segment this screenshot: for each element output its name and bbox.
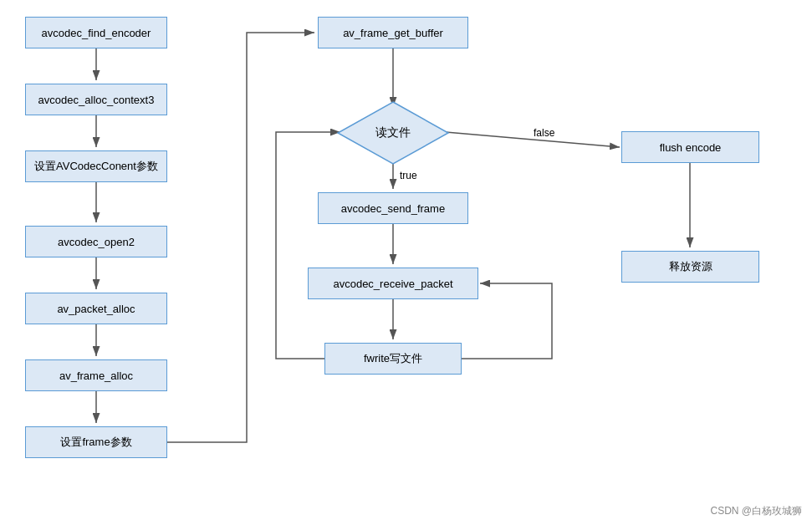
find-encoder-box: avcodec_find_encoder bbox=[25, 17, 167, 48]
diagram-container: avcodec_find_encoder avcodec_alloc_conte… bbox=[0, 0, 812, 525]
false-label: false bbox=[534, 127, 554, 139]
receive-packet-box: avcodec_receive_packet bbox=[308, 268, 478, 299]
frame-alloc-box: av_frame_alloc bbox=[25, 359, 167, 391]
flush-encode-box: flush encode bbox=[621, 131, 759, 163]
packet-alloc-box: av_packet_alloc bbox=[25, 293, 167, 324]
fwrite-box: fwrite写文件 bbox=[324, 343, 462, 375]
send-frame-box: avcodec_send_frame bbox=[318, 192, 468, 224]
set-params-box: 设置AVCodecConent参数 bbox=[25, 150, 167, 182]
diamond-label: 读文件 bbox=[375, 125, 411, 140]
open2-box: avcodec_open2 bbox=[25, 226, 167, 257]
release-box: 释放资源 bbox=[621, 251, 759, 283]
set-frame-box: 设置frame参数 bbox=[25, 426, 167, 458]
diamond-read-file: 读文件 bbox=[335, 99, 452, 167]
watermark: CSDN @白杨玫城狮 bbox=[710, 504, 802, 518]
get-buffer-box: av_frame_get_buffer bbox=[318, 17, 468, 48]
true-label: true bbox=[400, 170, 417, 181]
alloc-context3-box: avcodec_alloc_context3 bbox=[25, 84, 167, 115]
